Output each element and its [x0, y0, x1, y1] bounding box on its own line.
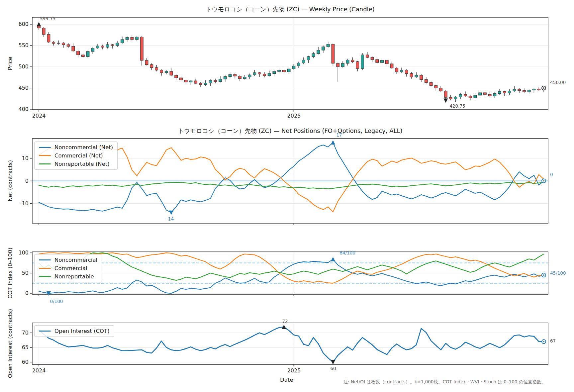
oi-ytick-65: 65: [10, 344, 29, 351]
legend-label: Noncommercial (Net): [54, 144, 113, 150]
legend-label: Commercial (Net): [54, 152, 103, 159]
line-Noncommercial: [39, 259, 544, 293]
legend-open-interest: Open Interest (COT): [34, 325, 114, 337]
annotation-oi-min: 60: [330, 366, 336, 371]
legend-item-noncommercial: Noncommercial: [39, 257, 97, 263]
marker-last-value-dot-icon: [543, 180, 544, 182]
annotation-oi-max: 72: [282, 319, 288, 324]
open-interest-ylabel: Open Interest (contracts): [7, 309, 13, 378]
oi-ytick-70: 70: [10, 330, 29, 336]
annotation-price-high: 599.75: [40, 16, 55, 22]
legend-label: Nonreportable (Net): [54, 161, 110, 167]
open-interest-line-swatch: [39, 331, 51, 332]
legend-net: Noncommercial (Net) Commercial (Net) Non…: [34, 142, 118, 170]
marker-triangle-down-icon: [169, 211, 173, 215]
nonreportable-line-swatch: [39, 276, 51, 277]
nonreportable-line-swatch: [39, 163, 51, 165]
annotation-price-low: 420.75: [449, 103, 465, 109]
commercial-line-swatch: [39, 268, 51, 269]
price-ytick-500: 500: [10, 63, 29, 70]
marker-triangle-up-icon: [331, 140, 335, 145]
price-chart-title: トウモロコシ（コーン）先物 (ZC) — Weekly Price (Candl…: [32, 5, 548, 13]
net-positions-title: トウモロコシ（コーン）先物 (ZC) — Net Positions (FO+O…: [32, 127, 548, 135]
net-ytick-10: 10: [10, 155, 29, 162]
legend-label: Nonreportable: [54, 273, 94, 280]
legend-label: Commercial: [54, 265, 87, 271]
price-ytick-400: 400: [10, 106, 29, 113]
price-ytick-450: 450: [10, 85, 29, 91]
price-ytick-600: 600: [10, 21, 29, 28]
markers-panel-0: [37, 22, 546, 103]
footnote: 注: Net/OI は枚数（contracts）。k=1,000枚。COT In…: [343, 379, 546, 385]
legend-label: Noncommercial: [54, 257, 97, 263]
annotation-net-max: 17: [336, 132, 342, 138]
markers-panel-3: [282, 325, 546, 364]
marker-last-value-dot-icon: [543, 87, 544, 89]
legend-item-nonreportable-net: Nonreportable (Net): [39, 161, 113, 167]
cot-dashboard: トウモロコシ（コーン）先物 (ZC) — Weekly Price (Candl…: [0, 0, 574, 392]
legend-item-nonreportable: Nonreportable: [39, 273, 97, 280]
commercial-line-swatch: [39, 155, 51, 156]
line-Commercial: [39, 253, 544, 283]
annotation-net-last: 0: [550, 172, 553, 177]
legend-item-commercial: Commercial: [39, 265, 97, 271]
price-xtick-2025: 2025: [281, 113, 307, 119]
oi-ytick-60: 60: [10, 359, 29, 365]
marker-last-value-dot-icon: [543, 274, 544, 276]
price-ytick-550: 550: [10, 42, 29, 49]
annotation-cot-min: 0/100: [50, 299, 63, 304]
annotation-cot-last: 45/100: [550, 270, 566, 276]
cot-ytick-0: 0: [10, 290, 29, 297]
legend-item-open-interest: Open Interest (COT): [39, 328, 110, 334]
date-axis-label: Date: [280, 377, 293, 383]
annotation-net-min: -14: [166, 216, 174, 222]
oi-xtick-2024: 2024: [26, 367, 52, 374]
legend-item-commercial-net: Commercial (Net): [39, 152, 113, 159]
line-Nonreportable: [39, 253, 544, 280]
marker-last-value-dot-icon: [543, 341, 544, 342]
panel-0: [30, 17, 548, 112]
price-xtick-2024: 2024: [26, 113, 52, 119]
marker-triangle-up-icon: [331, 257, 335, 261]
annotation-cot-max: 84/100: [339, 250, 355, 256]
annotation-oi-last: 67: [550, 338, 556, 344]
cot-ytick-100: 100: [10, 249, 29, 256]
net-ytick-0: 0: [10, 178, 29, 184]
candlestick-series: [38, 24, 545, 102]
cot-ytick-50: 50: [10, 270, 29, 276]
legend-item-noncommercial-net: Noncommercial (Net): [39, 144, 113, 150]
noncommercial-line-swatch: [39, 259, 51, 261]
line-Nonreportable (Net): [39, 182, 544, 189]
line-Open Interest (COT): [39, 327, 544, 362]
panel-2: [30, 252, 548, 296]
noncommercial-line-swatch: [39, 147, 51, 148]
oi-xtick-2025: 2025: [281, 367, 307, 374]
marker-triangle-down-icon: [443, 98, 448, 103]
net-ytick-m10: -10: [10, 200, 29, 207]
legend-label: Open Interest (COT): [54, 328, 110, 334]
legend-cot-index: Noncommercial Commercial Nonreportable: [34, 254, 102, 282]
annotation-price-last: 450.00: [550, 80, 566, 85]
